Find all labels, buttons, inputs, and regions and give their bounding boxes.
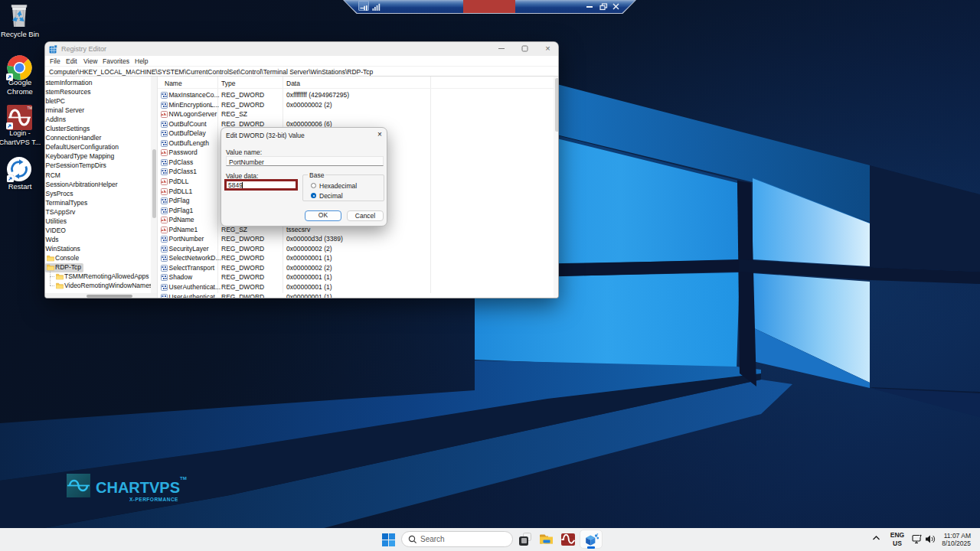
svg-text:TM: TM <box>28 106 33 110</box>
